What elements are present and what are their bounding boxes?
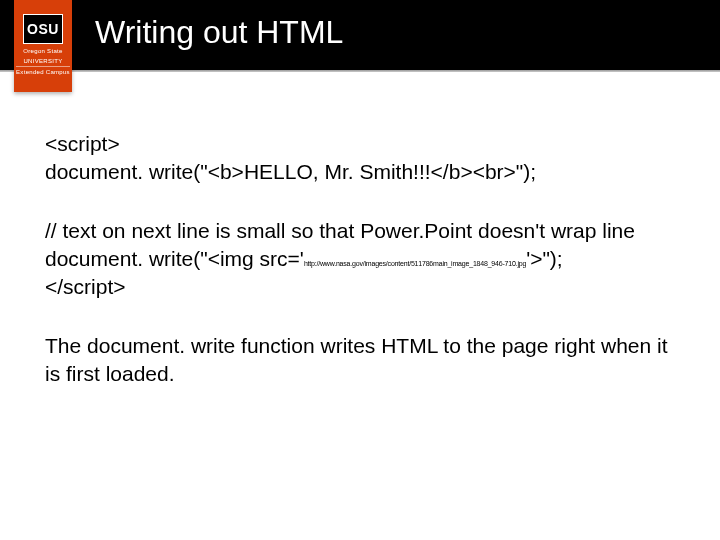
explanation-text: The document. write function writes HTML…	[45, 332, 675, 389]
logo-initials: OSU	[27, 22, 59, 36]
image-url: http://www.nasa.gov/images/content/51178…	[304, 259, 526, 268]
osu-logo-badge: OSU	[23, 14, 63, 44]
code-line: document. write("<b>HELLO, Mr. Smith!!!<…	[45, 158, 675, 186]
logo-line2: UNIVERSITY	[23, 58, 62, 64]
slide-content: <script> document. write("<b>HELLO, Mr. …	[45, 130, 675, 388]
code-line: <script>	[45, 130, 675, 158]
logo-line1: Oregon State	[23, 48, 62, 54]
code-comment: // text on next line is small so that Po…	[45, 217, 675, 245]
header-divider	[0, 70, 720, 72]
code-block-1: <script> document. write("<b>HELLO, Mr. …	[45, 130, 675, 187]
code-fragment: document. write("<img src='	[45, 247, 304, 270]
code-fragment: '>");	[526, 247, 563, 270]
code-line: </script>	[45, 273, 675, 301]
logo-line3: Extended Campus	[16, 66, 70, 75]
code-block-2: // text on next line is small so that Po…	[45, 217, 675, 302]
slide-title: Writing out HTML	[95, 14, 343, 51]
osu-logo: OSU Oregon State UNIVERSITY Extended Cam…	[14, 0, 72, 92]
code-line: document. write("<img src='http://www.na…	[45, 245, 675, 273]
slide: OSU Oregon State UNIVERSITY Extended Cam…	[0, 0, 720, 540]
